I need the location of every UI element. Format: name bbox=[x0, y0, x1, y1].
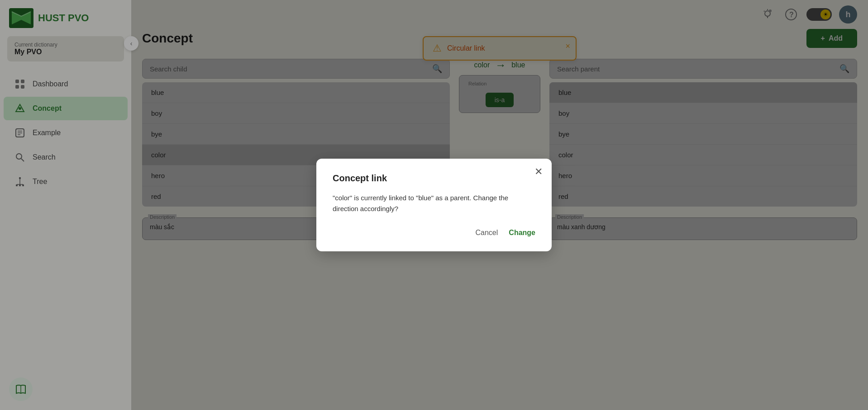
concept-link-modal: Concept link ✕ "color" is currently link… bbox=[316, 159, 552, 251]
modal-cancel-button[interactable]: Cancel bbox=[476, 229, 498, 237]
modal-overlay[interactable]: Concept link ✕ "color" is currently link… bbox=[0, 0, 868, 410]
modal-close-button[interactable]: ✕ bbox=[534, 166, 543, 178]
modal-change-button[interactable]: Change bbox=[509, 229, 535, 237]
modal-actions: Cancel Change bbox=[333, 229, 535, 237]
modal-title: Concept link bbox=[333, 173, 535, 184]
modal-body: "color" is currently linked to "blue" as… bbox=[333, 193, 535, 214]
